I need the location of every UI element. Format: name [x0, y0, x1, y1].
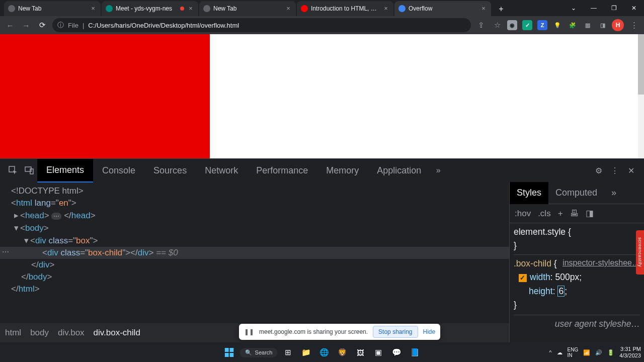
cls-toggle[interactable]: .cls — [538, 209, 551, 219]
tab-new-tab-1[interactable]: New Tab × — [4, 1, 101, 16]
close-icon[interactable]: × — [480, 5, 487, 12]
globe-icon — [8, 5, 15, 12]
devtools-tab-elements[interactable]: Elements — [37, 159, 93, 183]
property-checkbox[interactable] — [519, 274, 527, 282]
close-icon[interactable]: × — [285, 5, 292, 12]
styles-tab[interactable]: Styles — [510, 182, 548, 204]
taskbar-search[interactable]: 🔍Search — [240, 348, 278, 357]
svg-rect-3 — [225, 348, 229, 352]
tab-new-tab-2[interactable]: New Tab × — [199, 1, 296, 16]
wifi-icon[interactable]: 📶 — [583, 349, 590, 356]
css-selector[interactable]: .box-child — [514, 258, 554, 268]
side-panel-icon[interactable]: ◨ — [598, 20, 608, 30]
ext-grammarly-icon[interactable]: ✓ — [522, 20, 532, 30]
hov-toggle[interactable]: :hov — [515, 209, 531, 219]
crumb-box-child[interactable]: div.box-child — [94, 328, 140, 338]
pause-icon: ❚❚ — [244, 328, 254, 335]
explorer-icon[interactable]: 📁 — [298, 345, 313, 360]
devtools-tab-application[interactable]: Application — [368, 159, 430, 183]
task-view-button[interactable]: ⊞ — [280, 345, 295, 360]
vscode-icon[interactable]: 📘 — [407, 345, 422, 360]
kebab-menu-icon[interactable]: ⋮ — [607, 162, 623, 178]
stylesheet-link[interactable]: inspector-styleshee… — [562, 257, 640, 269]
styles-panel: Styles Computed » :hov .cls + 🖶 ◨ elemen… — [509, 182, 644, 342]
reload-button[interactable]: ⟳ — [36, 19, 48, 31]
svg-rect-6 — [230, 353, 234, 357]
maximize-button[interactable]: ❐ — [604, 0, 624, 16]
close-icon[interactable]: × — [90, 5, 97, 12]
extensions-button[interactable]: 🧩 — [568, 20, 578, 30]
new-tab-button[interactable]: + — [494, 2, 508, 16]
system-tray: ^ ☁ ENGIN 📶 🔊 🔋 3:31 PM 4/3/2023 — [549, 346, 641, 358]
new-style-rule-button[interactable]: + — [558, 209, 563, 219]
language-indicator[interactable]: ENGIN — [568, 347, 579, 358]
whatsapp-icon[interactable]: 💬 — [389, 345, 404, 360]
brave-icon[interactable]: 🦁 — [335, 345, 350, 360]
url-text: C:/Users/haris/OneDrive/Desktop/html/ove… — [88, 22, 239, 29]
crumb-box[interactable]: div.box — [58, 328, 85, 338]
back-button[interactable]: ← — [4, 19, 16, 31]
css-rules[interactable]: element.style { } inspector-styleshee… .… — [510, 223, 644, 342]
device-toggle-button[interactable] — [21, 162, 37, 178]
ext-zoom-icon[interactable]: Z — [537, 20, 547, 30]
print-icon[interactable]: 🖶 — [570, 209, 579, 219]
css-value-editing[interactable]: 6 — [557, 286, 565, 297]
omnibox[interactable]: ⓘ File | C:/Users/haris/OneDrive/Desktop… — [52, 18, 471, 32]
windows-taskbar: 🔍Search ⊞ 📁 🌐 🦁 🖼 ▣ 💬 📘 ^ ☁ ENGIN 📶 🔊 🔋 … — [0, 343, 644, 362]
close-window-button[interactable]: ✕ — [624, 0, 644, 16]
inspect-element-button[interactable] — [5, 162, 21, 178]
start-button[interactable] — [222, 345, 237, 360]
devtools-tab-console[interactable]: Console — [93, 159, 144, 183]
volume-icon[interactable]: 🔊 — [595, 349, 602, 356]
ext-reader-icon[interactable]: ▥ — [583, 20, 593, 30]
box-child-element — [0, 34, 210, 158]
close-icon[interactable]: × — [187, 5, 194, 12]
hide-share-button[interactable]: Hide — [423, 328, 436, 335]
profile-avatar[interactable]: H — [612, 19, 624, 31]
tab-title: New Tab — [213, 5, 282, 12]
forward-button[interactable]: → — [20, 19, 32, 31]
bookmark-icon[interactable]: ☆ — [491, 19, 503, 31]
css-prop-width[interactable]: width — [530, 272, 550, 282]
chevron-up-icon[interactable]: ^ — [549, 349, 551, 355]
crumb-body[interactable]: body — [30, 328, 49, 338]
devtools-body: <!DOCTYPE html> <html lang="en"> ▸<head>… — [0, 182, 644, 342]
close-devtools-button[interactable]: ✕ — [623, 162, 639, 178]
screencastify-tab[interactable]: screencastify — [636, 230, 644, 275]
dom-selected-node[interactable]: <div class="box-child"></div> == $0 — [0, 247, 509, 259]
devtools-tab-sources[interactable]: Sources — [144, 159, 196, 183]
crumb-html[interactable]: html — [5, 328, 21, 338]
battery-icon[interactable]: 🔋 — [607, 349, 614, 356]
css-prop-height[interactable]: height — [529, 286, 553, 296]
ext-idea-icon[interactable]: 💡 — [552, 20, 562, 30]
stop-sharing-button[interactable]: Stop sharing — [373, 326, 418, 338]
share-text: meet.google.com is sharing your screen. — [259, 328, 368, 335]
ext-camera-icon[interactable]: ◉ — [507, 20, 517, 30]
devtools-tab-memory[interactable]: Memory — [317, 159, 368, 183]
minimize-button[interactable]: ― — [584, 0, 604, 16]
tab-meet[interactable]: Meet - yds-vygm-nes × — [102, 1, 198, 16]
devtools-tab-performance[interactable]: Performance — [247, 159, 317, 183]
computed-tab[interactable]: Computed — [548, 182, 604, 204]
terminal-icon[interactable]: ▣ — [371, 345, 386, 360]
tab-overflow[interactable]: Overflow × — [394, 1, 491, 16]
devtools-tab-network[interactable]: Network — [196, 159, 247, 183]
close-icon[interactable]: × — [382, 5, 389, 12]
chevron-down-icon[interactable]: ⌄ — [564, 0, 584, 16]
address-bar: ← → ⟳ ⓘ File | C:/Users/haris/OneDrive/D… — [0, 16, 644, 34]
toggle-sidebar-icon[interactable]: ◨ — [586, 208, 594, 219]
settings-icon[interactable]: ⚙ — [591, 162, 607, 178]
taskbar-clock[interactable]: 3:31 PM 4/3/2023 — [619, 346, 641, 358]
more-tabs-icon[interactable]: » — [430, 162, 446, 178]
onedrive-icon[interactable]: ☁ — [557, 349, 562, 356]
tab-youtube[interactable]: Introduction to HTML, CSS, JavaS × — [297, 1, 393, 16]
share-icon[interactable]: ⇪ — [475, 19, 487, 31]
image-app-icon[interactable]: 🖼 — [353, 345, 368, 360]
elements-panel[interactable]: <!DOCTYPE html> <html lang="en"> ▸<head>… — [0, 182, 509, 342]
chrome-icon[interactable]: 🌐 — [316, 345, 332, 360]
extension-icons: ◉ ✓ Z 💡 🧩 ▥ ◨ — [507, 20, 608, 30]
menu-button[interactable]: ⋮ — [628, 19, 640, 31]
styles-toolbar: :hov .cls + 🖶 ◨ — [510, 204, 644, 223]
page-scrollbar[interactable] — [638, 34, 644, 158]
more-styles-tabs-icon[interactable]: » — [604, 182, 623, 204]
